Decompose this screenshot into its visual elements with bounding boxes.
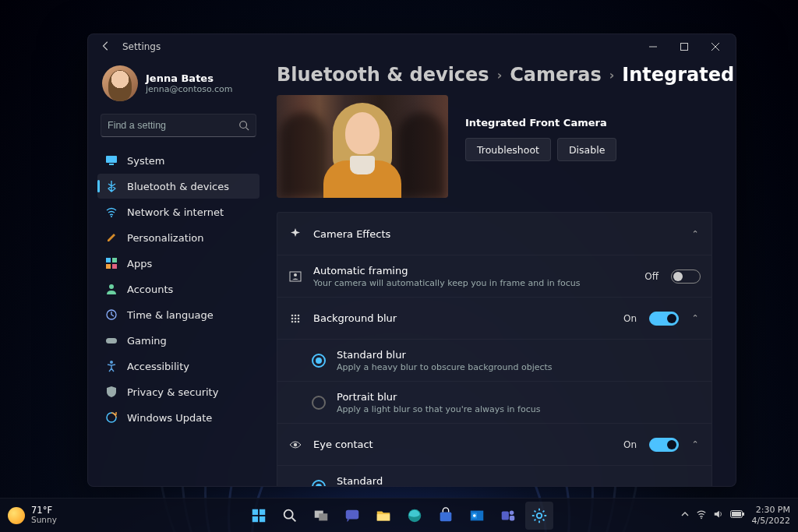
wifi-icon [105, 206, 118, 218]
blur-toggle[interactable] [649, 312, 679, 326]
main-content: Bluetooth & devices › Cameras › Integrat… [269, 59, 736, 486]
svg-point-19 [291, 317, 294, 319]
svg-rect-28 [252, 516, 258, 521]
wifi-tray-icon[interactable] [696, 509, 707, 522]
svg-rect-36 [440, 512, 452, 521]
svg-rect-3 [109, 164, 114, 165]
person-icon [105, 283, 118, 295]
svg-rect-26 [252, 509, 258, 514]
minimize-button[interactable] [637, 36, 669, 58]
search-input[interactable] [108, 120, 238, 131]
sidebar-item-system[interactable]: System [97, 148, 260, 173]
framing-state: Off [644, 271, 659, 282]
eye-state: On [623, 439, 637, 450]
outlook-button[interactable] [463, 502, 491, 530]
sidebar-item-label: Apps [127, 258, 152, 270]
monitor-icon [105, 154, 118, 167]
search-box[interactable] [101, 114, 256, 137]
svg-point-1 [240, 122, 247, 129]
radio-selected[interactable] [312, 480, 326, 487]
automatic-framing-row[interactable]: Automatic framing Your camera will autom… [277, 255, 711, 297]
maximize-button[interactable] [669, 36, 700, 58]
radio-selected[interactable] [312, 354, 326, 368]
profile-block[interactable]: Jenna Bates jenna@contoso.com [97, 62, 260, 109]
svg-point-12 [110, 361, 113, 364]
camera-preview [277, 95, 448, 198]
settings-window: Settings Jenna Bates jenna@contoso.com [87, 33, 736, 487]
titlebar: Settings [88, 34, 736, 59]
svg-rect-2 [106, 156, 117, 163]
clock-time: 2:30 PM [756, 505, 790, 515]
sidebar-item-personalization[interactable]: Personalization [97, 225, 260, 250]
close-button[interactable] [700, 36, 731, 58]
sun-icon [8, 507, 25, 524]
edge-button[interactable] [401, 502, 429, 530]
svg-point-15 [294, 273, 297, 277]
clock[interactable]: 2:30 PM 4/5/2022 [752, 505, 790, 525]
bluetooth-icon [105, 180, 118, 192]
nav-list: System Bluetooth & devices Network & int… [97, 148, 260, 430]
eye-option-standard[interactable]: Standard Make eye contact even when you'… [277, 465, 711, 486]
chat-button[interactable] [338, 502, 366, 530]
svg-rect-0 [681, 44, 688, 51]
camera-effects-card: Camera Effects ⌃ Automatic framing Your … [277, 212, 712, 486]
start-button[interactable] [245, 502, 273, 530]
clock-date: 4/5/2022 [752, 516, 790, 526]
blur-option-portrait[interactable]: Portrait blur Apply a light blur so that… [277, 381, 711, 423]
sidebar: Jenna Bates jenna@contoso.com System Blu… [88, 59, 269, 486]
svg-point-4 [111, 216, 112, 217]
sidebar-item-accounts[interactable]: Accounts [97, 277, 260, 301]
sidebar-item-label: System [127, 155, 164, 167]
svg-rect-42 [510, 516, 514, 520]
taskview-button[interactable] [307, 502, 335, 530]
sidebar-item-time[interactable]: Time & language [97, 302, 260, 327]
battery-tray-icon[interactable] [730, 509, 744, 521]
framing-toggle[interactable] [671, 270, 701, 284]
sidebar-item-network[interactable]: Network & internet [97, 199, 260, 224]
svg-point-41 [510, 510, 514, 515]
chevron-right-icon: › [609, 68, 615, 83]
eye-icon [288, 439, 302, 451]
tray-chevron-icon[interactable] [680, 509, 690, 521]
sidebar-item-label: Network & internet [127, 206, 224, 218]
sparkle-icon [288, 227, 302, 240]
troubleshoot-button[interactable]: Troubleshoot [465, 138, 551, 161]
background-blur-row[interactable]: Background blur On ⌃ [277, 297, 711, 339]
svg-point-24 [298, 320, 300, 322]
radio-unselected[interactable] [312, 396, 326, 410]
accessibility-icon [105, 360, 118, 372]
breadcrumb-l1[interactable]: Cameras [510, 64, 601, 86]
settings-button[interactable] [525, 502, 553, 530]
svg-point-39 [473, 514, 476, 517]
breadcrumb-current: Integrated Front Camera [622, 64, 736, 86]
taskbar-center [245, 502, 553, 530]
teams-button[interactable] [494, 502, 522, 530]
breadcrumb-l0[interactable]: Bluetooth & devices [277, 64, 489, 86]
sidebar-item-accessibility[interactable]: Accessibility [97, 354, 260, 379]
sidebar-item-bluetooth[interactable]: Bluetooth & devices [97, 174, 260, 199]
sidebar-item-apps[interactable]: Apps [97, 251, 260, 276]
sidebar-item-gaming[interactable]: Gaming [97, 328, 260, 353]
framing-icon [288, 270, 302, 283]
sidebar-item-label: Accessibility [127, 361, 189, 372]
sidebar-item-update[interactable]: Windows Update [97, 405, 260, 430]
back-button[interactable] [99, 41, 113, 54]
disable-button[interactable]: Disable [557, 138, 616, 161]
device-name: Integrated Front Camera [465, 117, 616, 129]
eye-toggle[interactable] [649, 438, 679, 452]
brush-icon [105, 231, 118, 244]
apps-icon [105, 257, 118, 270]
svg-rect-7 [106, 264, 111, 269]
svg-point-30 [284, 509, 293, 518]
eye-contact-row[interactable]: Eye contact On ⌃ [277, 423, 711, 465]
camera-effects-header[interactable]: Camera Effects ⌃ [277, 213, 711, 255]
store-button[interactable] [432, 502, 460, 530]
sidebar-item-label: Gaming [127, 335, 167, 347]
sidebar-item-privacy[interactable]: Privacy & security [97, 379, 260, 404]
weather-widget[interactable]: 71°F Sunny [8, 506, 57, 524]
explorer-button[interactable] [369, 502, 397, 530]
blur-option-standard[interactable]: Standard blur Apply a heavy blur to obsc… [277, 339, 711, 381]
globe-clock-icon [105, 308, 118, 321]
volume-tray-icon[interactable] [713, 509, 724, 522]
search-button[interactable] [276, 502, 304, 530]
